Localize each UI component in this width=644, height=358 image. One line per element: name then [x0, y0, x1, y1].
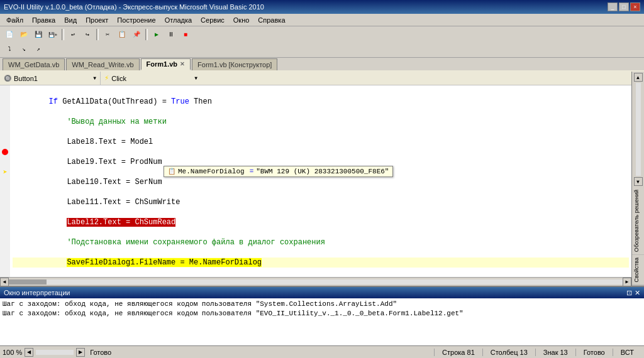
toolbar-row-2: ⤵ ↘ ↗: [3, 42, 641, 56]
code-line-8: 'Подстановка имени сохраняемого файла в …: [13, 237, 629, 247]
sep2: [96, 29, 99, 40]
open-btn[interactable]: 📂: [17, 28, 31, 41]
zoom-minus-btn[interactable]: ◀: [25, 348, 33, 357]
stop-btn[interactable]: ■: [179, 28, 192, 41]
solution-explorer-tab[interactable]: Обозреватель решений: [632, 187, 644, 255]
hscrollbar[interactable]: ◀ ▶: [0, 277, 631, 286]
menu-view[interactable]: Вид: [60, 16, 80, 24]
menu-build[interactable]: Построение: [113, 16, 159, 24]
tab-wm-readwrite[interactable]: WM_Read_Write.vb: [66, 58, 139, 70]
code-line-6: Label11.Text = ChSumWrite: [13, 197, 629, 207]
marker-gutter: ➤: [0, 85, 10, 277]
sep3: [145, 29, 148, 40]
gutter-line: [0, 268, 10, 277]
close-button[interactable]: ×: [630, 3, 640, 11]
tab-form1-close[interactable]: ✕: [180, 61, 185, 67]
object-dropdown-arrow: ▼: [93, 75, 96, 81]
status-insert: ВСТ: [613, 349, 641, 356]
char-label: Знак 13: [543, 349, 568, 356]
object-icon: 🔘: [4, 75, 11, 82]
status-mode: Готово: [576, 349, 613, 356]
new-btn[interactable]: 📄: [3, 28, 16, 41]
menu-help[interactable]: Справка: [254, 16, 289, 24]
hscroll-thumb[interactable]: [9, 279, 47, 285]
code-nav: 🔘 Button1 ▼ ⚡ Click ▼: [0, 72, 631, 85]
step-out-btn[interactable]: ↗: [31, 42, 45, 56]
bottom-close-btn[interactable]: ✕: [635, 289, 640, 297]
object-dropdown-label: Button1: [14, 75, 38, 82]
row-label: Строка 81: [442, 349, 475, 356]
method-dropdown-label: Click: [111, 75, 126, 82]
step-into-btn[interactable]: ↘: [17, 42, 31, 56]
menu-tools[interactable]: Сервис: [197, 16, 228, 24]
gutter-line: [0, 207, 10, 217]
breakpoint-marker: [0, 147, 10, 157]
tab-wm-readwrite-label: WM_Read_Write.vb: [72, 61, 133, 68]
save-btn[interactable]: 💾: [31, 28, 45, 41]
gutter-line: [0, 237, 10, 247]
col-label: Столбец 13: [491, 349, 528, 356]
toolbar-row-1: 📄 📂 💾 💾+ ↩ ↪ ✂ 📋 📌 ▶ ⏸ ■: [3, 28, 641, 41]
menu-project[interactable]: Проект: [82, 16, 112, 24]
bottom-dock-btn[interactable]: ⊡: [626, 289, 632, 297]
zoom-slider[interactable]: [36, 350, 74, 355]
scroll-left-btn[interactable]: ◀: [0, 278, 9, 286]
interpretation-output: Шаг с заходом: обход кода, не являющегос…: [0, 298, 644, 345]
copy-btn[interactable]: 📋: [115, 28, 129, 41]
zoom-plus-btn[interactable]: ▶: [76, 348, 85, 357]
gutter-line: [0, 107, 10, 117]
zoom-control: 100 % ◀ ▶: [3, 348, 85, 357]
maximize-button[interactable]: □: [619, 3, 629, 11]
gutter-line: [0, 247, 10, 258]
minimize-button[interactable]: _: [608, 3, 618, 11]
menu-window[interactable]: Окно: [230, 16, 253, 24]
hscroll-track[interactable]: [9, 279, 623, 285]
vscroll-track[interactable]: [636, 83, 641, 176]
menu-debug[interactable]: Отладка: [161, 16, 196, 24]
right-side-panel: ▲ ▼ Обозреватель решений Свойства: [631, 72, 644, 286]
method-dropdown[interactable]: ⚡ Click ▼: [101, 72, 201, 85]
menu-file[interactable]: Файл: [3, 16, 27, 24]
object-dropdown[interactable]: 🔘 Button1 ▼: [0, 72, 101, 85]
code-line-2: 'Вывод данных на метки: [13, 117, 629, 127]
gutter-line: [0, 127, 10, 137]
status-ready: Готово: [90, 349, 434, 356]
code-line-1: If GetAllData(OutThread) = True Then: [13, 97, 629, 107]
tab-form1-label: Form1.vb: [147, 60, 178, 68]
menu-edit[interactable]: Правка: [28, 16, 59, 24]
menu-bar: Файл Правка Вид Проект Построение Отладк…: [0, 14, 644, 26]
tab-form1-designer[interactable]: Form1.vb [Конструктор]: [192, 58, 277, 70]
output-line-1: Шаг с заходом: обход кода, не являющегос…: [3, 300, 641, 309]
zoom-value: 100 %: [3, 349, 22, 356]
gutter-line: [0, 137, 10, 147]
pause-btn[interactable]: ⏸: [164, 28, 178, 41]
vscroll-up-btn[interactable]: ▲: [634, 73, 643, 82]
redo-btn[interactable]: ↪: [80, 28, 94, 41]
gutter-line: [0, 117, 10, 127]
paste-btn[interactable]: 📌: [130, 28, 143, 41]
tab-strip: WM_GetData.vb WM_Read_Write.vb Form1.vb …: [0, 58, 644, 72]
datatip: 📋 Me.NameForDialog = "BWM 129 (UK) 28332…: [164, 166, 393, 177]
scroll-right-btn[interactable]: ▶: [623, 278, 631, 286]
save-all-btn[interactable]: 💾+: [46, 28, 60, 41]
status-ready-label: Готово: [90, 349, 111, 356]
code-editor[interactable]: ➤ If GetAllData: [0, 85, 631, 277]
tab-form1-designer-label: Form1.vb [Конструктор]: [197, 61, 272, 68]
tab-wm-getdata-label: WM_GetData.vb: [8, 61, 59, 68]
tab-form1[interactable]: Form1.vb ✕: [141, 58, 191, 70]
status-bar: 100 % ◀ ▶ Готово Строка 81 Столбец 13 Зн…: [0, 345, 644, 358]
step-over-btn[interactable]: ⤵: [3, 42, 16, 56]
undo-btn[interactable]: ↩: [66, 28, 80, 41]
output-line-2: Шаг с заходом: обход кода, не являющегос…: [3, 309, 641, 318]
cut-btn[interactable]: ✂: [101, 28, 114, 41]
method-dropdown-arrow: ▼: [194, 75, 197, 81]
properties-tab[interactable]: Свойства: [632, 255, 644, 286]
mode-label: Готово: [584, 349, 605, 356]
tab-wm-getdata[interactable]: WM_GetData.vb: [3, 58, 65, 70]
start-btn[interactable]: ▶: [150, 28, 164, 41]
arrow-icon: ➤: [3, 168, 7, 177]
gutter-line: [0, 177, 10, 187]
status-col: Столбец 13: [483, 349, 536, 356]
insert-label: ВСТ: [621, 349, 634, 356]
vscroll-down-btn[interactable]: ▼: [634, 177, 643, 186]
